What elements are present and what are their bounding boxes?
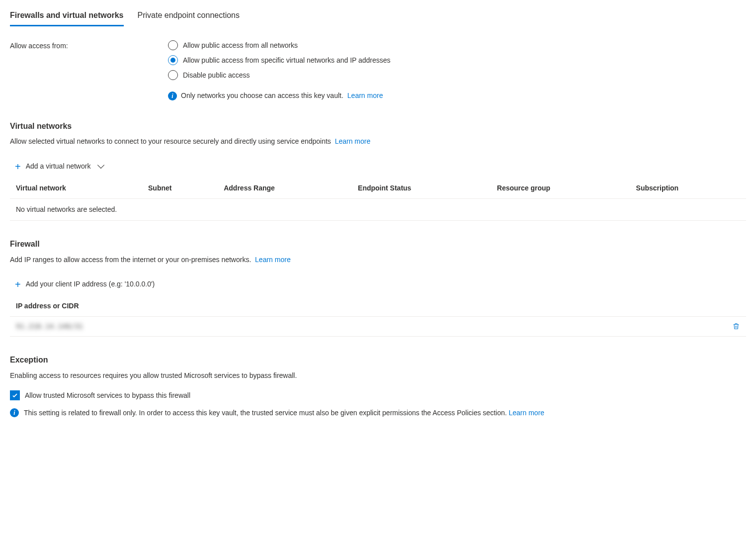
chevron-down-icon bbox=[97, 162, 104, 169]
plus-icon: + bbox=[15, 279, 21, 289]
radio-circle-icon bbox=[168, 70, 178, 80]
trusted-services-checkbox-row[interactable]: Allow trusted Microsoft services to bypa… bbox=[10, 390, 746, 400]
access-radio-group: Allow public access from all networks Al… bbox=[168, 40, 391, 101]
exception-info-text: This setting is related to firewall only… bbox=[24, 409, 507, 417]
firewall-title: Firewall bbox=[10, 239, 746, 250]
exception-info-content: This setting is related to firewall only… bbox=[24, 408, 544, 418]
exception-description: Enabling access to resources requires yo… bbox=[10, 371, 746, 381]
trusted-services-label: Allow trusted Microsoft services to bypa… bbox=[25, 391, 190, 401]
add-client-ip-button[interactable]: + Add your client IP address (e.g: '10.0… bbox=[15, 279, 155, 289]
checkbox-checked-icon bbox=[10, 390, 20, 400]
access-from-label: Allow access from: bbox=[10, 40, 168, 51]
access-from-section: Allow access from: Allow public access f… bbox=[10, 40, 746, 101]
trash-icon bbox=[732, 322, 740, 330]
tabs-bar: Firewalls and virtual networks Private e… bbox=[10, 10, 746, 26]
firewall-desc-text: Add IP ranges to allow access from the i… bbox=[10, 256, 251, 264]
check-icon bbox=[11, 392, 18, 399]
col-address-range: Address Range bbox=[218, 179, 352, 198]
add-vnet-label: Add a virtual network bbox=[26, 162, 91, 172]
vnet-desc-text: Allow selected virtual networks to conne… bbox=[10, 137, 331, 145]
exception-learn-more-link[interactable]: Learn more bbox=[509, 409, 545, 417]
virtual-networks-section: Virtual networks Allow selected virtual … bbox=[10, 121, 746, 221]
firewall-description: Add IP ranges to allow access from the i… bbox=[10, 255, 746, 265]
radio-label: Allow public access from all networks bbox=[183, 41, 298, 51]
add-ip-label: Add your client IP address (e.g: '10.0.0… bbox=[26, 279, 155, 289]
exception-section: Exception Enabling access to resources r… bbox=[10, 355, 746, 418]
vnet-description: Allow selected virtual networks to conne… bbox=[10, 137, 746, 147]
access-info-row: i Only networks you choose can access th… bbox=[168, 91, 391, 101]
radio-label: Disable public access bbox=[183, 71, 250, 81]
access-learn-more-link[interactable]: Learn more bbox=[347, 91, 383, 101]
ip-address-value[interactable]: 91.218.14.140/31 bbox=[16, 322, 83, 332]
col-endpoint-status: Endpoint Status bbox=[352, 179, 491, 198]
col-subscription: Subscription bbox=[630, 179, 746, 198]
add-virtual-network-button[interactable]: + Add a virtual network bbox=[15, 162, 103, 172]
vnet-table: Virtual network Subnet Address Range End… bbox=[10, 179, 746, 221]
radio-circle-icon bbox=[168, 40, 178, 50]
plus-icon: + bbox=[15, 162, 21, 172]
delete-ip-button[interactable] bbox=[732, 322, 740, 331]
radio-label: Allow public access from specific virtua… bbox=[183, 56, 391, 66]
exception-info-row: i This setting is related to firewall on… bbox=[10, 408, 746, 418]
firewall-learn-more-link[interactable]: Learn more bbox=[255, 256, 291, 264]
col-resource-group: Resource group bbox=[491, 179, 630, 198]
radio-allow-all[interactable]: Allow public access from all networks bbox=[168, 40, 391, 50]
radio-disable[interactable]: Disable public access bbox=[168, 70, 391, 80]
vnet-title: Virtual networks bbox=[10, 121, 746, 132]
vnet-empty-text: No virtual networks are selected. bbox=[10, 198, 746, 221]
access-info-text: Only networks you choose can access this… bbox=[181, 91, 343, 101]
info-icon: i bbox=[168, 91, 177, 100]
vnet-empty-row: No virtual networks are selected. bbox=[10, 198, 746, 221]
ip-row: 91.218.14.140/31 bbox=[10, 317, 746, 337]
radio-allow-specific[interactable]: Allow public access from specific virtua… bbox=[168, 55, 391, 65]
info-icon: i bbox=[10, 408, 19, 417]
ip-column-header: IP address or CIDR bbox=[10, 296, 746, 317]
col-subnet: Subnet bbox=[142, 179, 218, 198]
vnet-learn-more-link[interactable]: Learn more bbox=[335, 137, 371, 145]
exception-title: Exception bbox=[10, 355, 746, 365]
firewall-section: Firewall Add IP ranges to allow access f… bbox=[10, 239, 746, 337]
tab-firewalls[interactable]: Firewalls and virtual networks bbox=[10, 10, 124, 26]
tab-private-endpoint[interactable]: Private endpoint connections bbox=[138, 10, 240, 26]
radio-circle-selected-icon bbox=[168, 55, 178, 65]
col-virtual-network: Virtual network bbox=[10, 179, 142, 198]
